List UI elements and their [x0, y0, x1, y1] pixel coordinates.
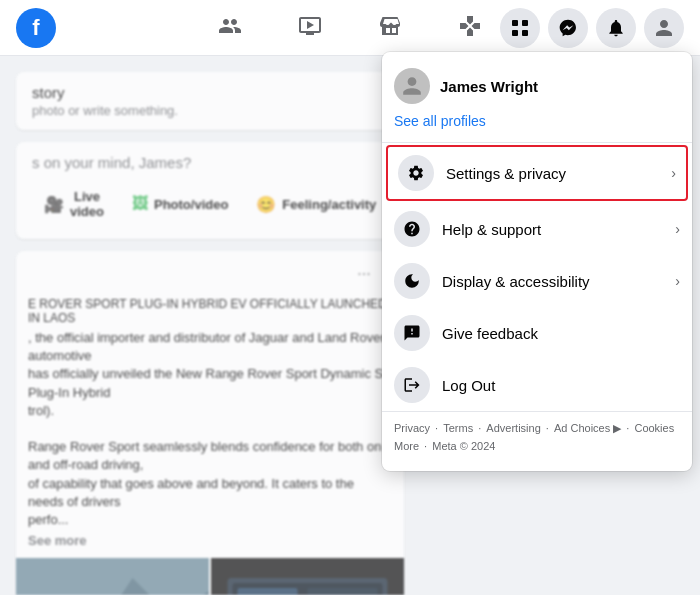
dropdown-overlay: James Wright See all profiles Settings &… [0, 0, 700, 595]
footer-copyright: Meta © 2024 [432, 440, 495, 452]
footer-cookies[interactable]: Cookies [634, 422, 674, 434]
footer-more[interactable]: More [394, 440, 419, 452]
menu-item-settings[interactable]: Settings & privacy › [386, 145, 688, 201]
logout-icon [394, 367, 430, 403]
footer-terms[interactable]: Terms [443, 422, 473, 434]
menu-item-logout[interactable]: Log Out [382, 359, 692, 411]
profile-avatar [394, 68, 430, 104]
menu-item-help[interactable]: Help & support › [382, 203, 692, 255]
feedback-label: Give feedback [442, 325, 680, 342]
menu-item-display[interactable]: Display & accessibility › [382, 255, 692, 307]
display-label: Display & accessibility [442, 273, 663, 290]
help-icon [394, 211, 430, 247]
menu-item-feedback[interactable]: Give feedback [382, 307, 692, 359]
logout-label: Log Out [442, 377, 680, 394]
profile-name: James Wright [440, 78, 538, 95]
footer-advertising[interactable]: Advertising [486, 422, 540, 434]
settings-icon [398, 155, 434, 191]
settings-chevron: › [671, 165, 676, 181]
footer-privacy[interactable]: Privacy [394, 422, 430, 434]
see-all-profiles-btn[interactable]: See all profiles [394, 113, 486, 129]
settings-label: Settings & privacy [446, 165, 659, 182]
profile-row: James Wright [394, 68, 680, 104]
footer-text: Privacy · Terms · Advertising · Ad Choic… [394, 420, 680, 455]
footer-links: Privacy · Terms · Advertising · Ad Choic… [382, 411, 692, 463]
help-chevron: › [675, 221, 680, 237]
display-icon [394, 263, 430, 299]
display-chevron: › [675, 273, 680, 289]
feedback-icon [394, 315, 430, 351]
help-label: Help & support [442, 221, 663, 238]
profile-section: James Wright See all profiles [382, 60, 692, 143]
footer-adchoices[interactable]: Ad Choices ▶ [554, 422, 621, 434]
dropdown-menu: James Wright See all profiles Settings &… [382, 52, 692, 471]
